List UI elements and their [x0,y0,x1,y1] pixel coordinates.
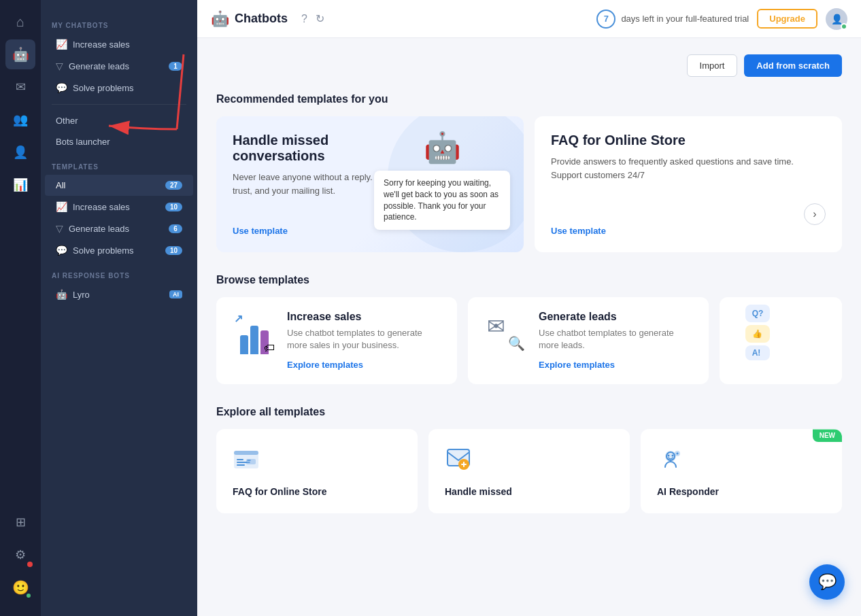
svg-rect-2 [237,459,243,460]
trial-text: days left in your full-featured trial [621,14,749,24]
import-button[interactable]: Import [687,54,738,77]
sidebar-item-label: Bots launcher [56,137,110,147]
all-count: 27 [165,181,182,190]
browse-increase-sales-explore[interactable]: Explore templates [287,360,363,370]
faq-next-arrow[interactable]: › [804,203,826,225]
browse-increase-sales-content: Increase sales Use chatbot templates to … [287,311,441,371]
sidebar-item-label: Generate leads [69,224,129,234]
bar1 [240,335,248,354]
bot-illustration: 🤖 Sorry for keeping you waiting, we'll g… [374,130,510,230]
sidebar-item-label: Solve problems [73,83,134,93]
sidebar-item-increase-sales[interactable]: 📈 Increase sales [45,33,193,55]
sidebar-item-all[interactable]: All 27 [45,175,193,196]
faq-title: FAQ for Online Store [551,133,826,148]
browse-generate-leads-title: Generate leads [539,311,692,323]
explore-grid: FAQ for Online Store Handle missed [216,429,842,513]
my-chatbots-label: MY CHATBOTS [41,11,197,33]
action-bar: Import Add from scratch [216,54,842,77]
faq-explore-icon [233,445,260,478]
svg-rect-3 [237,462,248,463]
templates-label: TEMPLATES [41,152,197,175]
apps-icon-btn[interactable]: ⊞ [5,507,35,537]
sidebar-item-solve-problems-t[interactable]: 💬 Solve problems 10 [45,239,193,261]
ai-responder-title: AI Responder [657,486,719,497]
arrow-up-icon: ↗ [234,312,243,325]
icon-bar: ⌂ 🤖 ✉ 👥 👤 📊 ⊞ ⚙ 🙂 [0,0,41,616]
lyro-icon: 🤖 [56,289,67,300]
sidebar-item-label: Increase sales [73,202,130,212]
add-from-scratch-button[interactable]: Add from scratch [744,54,842,77]
lyro-ai-badge: AI [169,290,182,298]
sidebar-item-solve-problems[interactable]: 💬 Solve problems [45,77,193,99]
sidebar-item-generate-leads[interactable]: ▽ Generate leads 1 [45,55,193,77]
logo-icon: 🤖 [211,10,229,28]
sidebar-divider-1 [52,104,186,105]
trial-days: 7 [604,14,609,24]
generate-leads-browse-icon: ✉ 🔍 [484,311,528,354]
help-icon[interactable]: ? [301,13,307,25]
chatbot-icon-btn[interactable]: 🤖 [5,39,35,69]
generate-leads-icon: ▽ [56,61,63,71]
sidebar-item-other[interactable]: Other [45,110,193,131]
sidebar-item-generate-leads-t[interactable]: ▽ Generate leads 6 [45,218,193,239]
explore-all-heading: Explore all templates [216,406,842,418]
inbox-icon-btn[interactable]: ✉ [5,72,35,102]
sidebar-item-lyro[interactable]: 🤖 Lyro AI [45,284,193,305]
browse-generate-leads-desc: Use chatbot templates to generate more l… [539,327,692,352]
solve-problems-icon: 💬 [56,82,67,93]
settings-icon-btn[interactable]: ⚙ [5,540,35,570]
main-area: 🤖 Chatbots ? ↻ 7 days left in your full-… [197,0,861,616]
bot-emoji: 🤖 [424,130,461,165]
browse-generate-leads-explore[interactable]: Explore templates [539,360,615,370]
sidebar-item-label: Generate leads [69,61,129,71]
refresh-icon[interactable]: ↻ [316,12,324,25]
handle-missed-card: Handle missed conversations Never leave … [216,116,524,252]
content-area: Import Add from scratch Recommended temp… [197,38,861,616]
visitor-icon-btn[interactable]: 👤 [5,137,35,167]
ai-responder-icon [657,445,684,478]
increase-sales-browse-icon: ↗ 🏷 [233,311,276,354]
browse-generate-leads: ✉ 🔍 Generate leads Use chatbot templates… [468,297,709,384]
browse-grid: ↗ 🏷 Increase sales Use chatbot templates… [216,297,842,384]
new-badge: NEW [813,429,842,442]
handle-missed-explore-title: Handle missed [445,486,512,497]
explore-faq-card: FAQ for Online Store [216,429,418,513]
upgrade-button[interactable]: Upgrade [757,9,817,29]
speech-bubble: Sorry for keeping you waiting, we'll get… [374,171,510,230]
browse-increase-sales-desc: Use chatbot templates to generate more s… [287,327,441,352]
browse-heading: Browse templates [216,274,842,286]
faq-use-template[interactable]: Use template [551,226,606,236]
svg-point-11 [668,455,670,457]
faq-desc: Provide answers to frequently asked ques… [551,155,826,182]
user-status-btn[interactable]: 🙂 [5,572,35,602]
contacts-icon-btn[interactable]: 👥 [5,105,35,135]
avatar[interactable]: 👤 [826,8,847,30]
app-logo: 🤖 Chatbots [211,10,288,28]
analytics-icon-btn[interactable]: 📊 [5,170,35,200]
explore-handle-missed-card: Handle missed [428,429,630,513]
leads-illustration: ✉ 🔍 [484,311,528,354]
handle-missed-explore-icon [445,445,472,478]
faq-card: FAQ for Online Store Provide answers to … [535,116,842,252]
ai-response-label: AI RESPONSE BOTS [41,261,197,284]
generate-leads-count: 1 [169,62,182,71]
browse-generate-leads-content: Generate leads Use chatbot templates to … [539,311,692,371]
svg-rect-4 [237,464,245,466]
svg-rect-1 [234,451,258,455]
increase-sales-t-icon: 📈 [56,201,67,212]
recommended-heading: Recommended templates for you [216,93,842,105]
search-circle-icon: 🔍 [508,335,525,352]
explore-ai-responder-card: NEW AI Responder [641,429,842,513]
generate-leads-t-count: 6 [169,224,182,233]
generate-leads-t-icon: ▽ [56,223,63,234]
browse-increase-sales-title: Increase sales [287,311,441,323]
lyro-label: Lyro [73,290,90,300]
recommended-grid: Handle missed conversations Never leave … [216,116,842,252]
home-icon-btn[interactable]: ⌂ [5,7,35,37]
bar2 [250,326,258,354]
topbar: 🤖 Chatbots ? ↻ 7 days left in your full-… [197,0,861,38]
increase-sales-icon: 📈 [56,39,67,50]
chat-fab-button[interactable]: 💬 [809,564,845,600]
sidebar-item-increase-sales-t[interactable]: 📈 Increase sales 10 [45,196,193,218]
sidebar-item-bots-launcher[interactable]: Bots launcher [45,131,193,152]
